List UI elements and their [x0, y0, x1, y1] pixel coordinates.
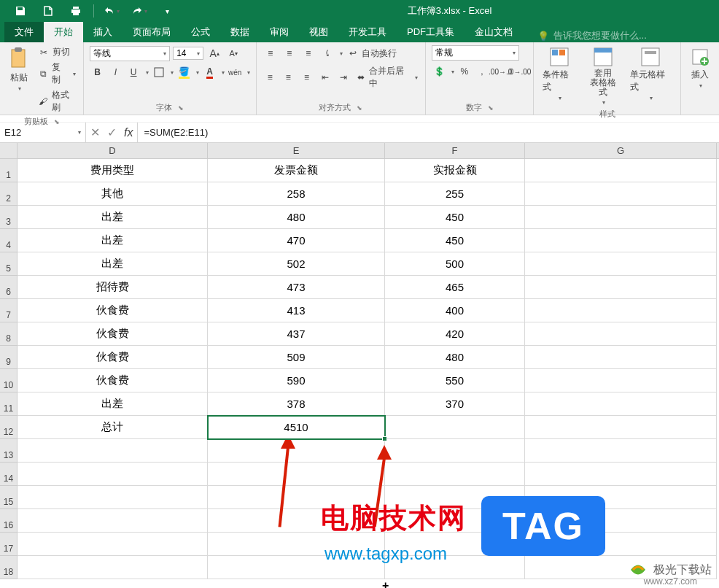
- row-header[interactable]: 11: [0, 392, 18, 416]
- row-header[interactable]: 12: [0, 416, 18, 439]
- format-painter-button[interactable]: 🖌格式刷: [36, 88, 77, 115]
- bold-button[interactable]: B: [90, 64, 105, 80]
- undo-button[interactable]: ▾: [98, 1, 125, 21]
- cell-d9[interactable]: 伙食费: [18, 346, 208, 369]
- cell-g3[interactable]: [525, 206, 717, 229]
- cell-e6[interactable]: 473: [208, 276, 385, 299]
- tab-data[interactable]: 数据: [220, 22, 260, 42]
- conditional-format-button[interactable]: 条件格式▾: [540, 45, 579, 107]
- qat-customize-button[interactable]: ▾: [154, 1, 180, 21]
- cell-g10[interactable]: [525, 369, 717, 392]
- row-header[interactable]: 13: [0, 439, 18, 463]
- col-header-f[interactable]: F: [385, 143, 525, 158]
- cell-d12[interactable]: 总计: [18, 416, 208, 439]
- cell-d4[interactable]: 出差: [18, 229, 208, 252]
- cell-e8[interactable]: 437: [208, 322, 385, 346]
- cell-e14[interactable]: [208, 463, 385, 486]
- cell-e11[interactable]: 378: [208, 392, 385, 416]
- cell-f12[interactable]: [385, 416, 525, 439]
- font-color-button[interactable]: A: [202, 64, 217, 80]
- fill-color-button[interactable]: 🪣: [176, 64, 192, 80]
- table-format-button[interactable]: 套用 表格格式▾: [583, 45, 623, 107]
- row-header[interactable]: 3: [0, 206, 18, 229]
- align-center-button[interactable]: ≡: [281, 69, 296, 85]
- italic-button[interactable]: I: [108, 64, 123, 80]
- cell-g12[interactable]: [525, 416, 717, 439]
- cell-d5[interactable]: 出差: [18, 252, 208, 276]
- tab-formulas[interactable]: 公式: [181, 22, 220, 42]
- cell-d1[interactable]: 费用类型: [18, 159, 208, 182]
- insert-cells-button[interactable]: 插入▾: [687, 45, 713, 90]
- formula-input[interactable]: =SUM(E2:E11): [138, 123, 719, 142]
- phonetic-button[interactable]: wén: [228, 64, 243, 80]
- select-all-corner[interactable]: [0, 143, 18, 158]
- tab-view[interactable]: 视图: [299, 22, 338, 42]
- col-header-e[interactable]: E: [208, 143, 385, 158]
- cell-d10[interactable]: 伙食费: [18, 369, 208, 392]
- row-header[interactable]: 4: [0, 229, 18, 252]
- font-launcher[interactable]: ⬊: [178, 104, 184, 112]
- cell-e3[interactable]: 480: [208, 206, 385, 229]
- cell-g6[interactable]: [525, 276, 717, 299]
- row-header[interactable]: 1: [0, 159, 18, 182]
- indent-increase-button[interactable]: ⇥: [335, 69, 351, 85]
- cell-d13[interactable]: [18, 439, 208, 463]
- cell-d18[interactable]: [18, 556, 208, 579]
- cell-g2[interactable]: [525, 182, 717, 206]
- cell-f9[interactable]: 480: [385, 346, 525, 369]
- cell-f5[interactable]: 500: [385, 252, 525, 276]
- fill-handle[interactable]: [382, 436, 387, 441]
- row-header[interactable]: 6: [0, 276, 18, 299]
- name-box[interactable]: E12▾: [0, 123, 86, 142]
- orientation-button[interactable]: ⤹: [319, 45, 335, 61]
- cell-f13[interactable]: [385, 439, 525, 463]
- accept-formula-icon[interactable]: ✓: [107, 125, 117, 139]
- cell-f11[interactable]: 370: [385, 392, 525, 416]
- align-top-button[interactable]: ≡: [263, 45, 279, 61]
- tab-insert[interactable]: 插入: [83, 22, 123, 42]
- col-header-d[interactable]: D: [18, 143, 208, 158]
- cell-f7[interactable]: 400: [385, 299, 525, 322]
- row-header[interactable]: 8: [0, 322, 18, 346]
- print-button[interactable]: [63, 1, 89, 21]
- increase-decimal-button[interactable]: .00→.0: [492, 63, 508, 80]
- number-format-combo[interactable]: 常规▾: [432, 45, 519, 61]
- cell-e12[interactable]: 4510: [208, 416, 385, 439]
- tab-developer[interactable]: 开发工具: [338, 22, 397, 42]
- align-left-button[interactable]: ≡: [263, 69, 278, 85]
- row-header[interactable]: 7: [0, 299, 18, 322]
- decrease-decimal-button[interactable]: .0→.00: [511, 63, 527, 80]
- tab-pdf[interactable]: PDF工具集: [397, 22, 465, 42]
- align-launcher[interactable]: ⬊: [357, 104, 362, 112]
- save-button[interactable]: [7, 1, 34, 21]
- merge-center-button[interactable]: ⬌合并后居中▾: [354, 64, 419, 90]
- underline-button[interactable]: U: [126, 64, 141, 80]
- comma-button[interactable]: ,: [475, 63, 489, 80]
- currency-button[interactable]: 💲: [432, 63, 446, 80]
- cell-f8[interactable]: 420: [385, 322, 525, 346]
- tab-file[interactable]: 文件: [4, 22, 44, 42]
- cell-g13[interactable]: [525, 439, 717, 463]
- copy-button[interactable]: ⧉复制▾: [36, 61, 77, 87]
- cell-styles-button[interactable]: 单元格样式▾: [627, 45, 675, 107]
- align-middle-button[interactable]: ≡: [281, 45, 298, 61]
- font-size-combo[interactable]: 14▾: [173, 47, 203, 60]
- row-header[interactable]: 17: [0, 533, 18, 556]
- cell-d11[interactable]: 出差: [18, 392, 208, 416]
- increase-font-button[interactable]: A▴: [206, 45, 222, 61]
- tab-home[interactable]: 开始: [44, 22, 83, 42]
- wrap-text-button[interactable]: ↩自动换行: [346, 47, 398, 61]
- border-button[interactable]: [152, 64, 167, 80]
- row-header[interactable]: 18: [0, 556, 18, 579]
- cell-e7[interactable]: 413: [208, 299, 385, 322]
- cell-f4[interactable]: 450: [385, 229, 525, 252]
- tab-review[interactable]: 审阅: [260, 22, 299, 42]
- new-button[interactable]: [35, 1, 61, 21]
- cell-d17[interactable]: [18, 533, 208, 556]
- row-header[interactable]: 5: [0, 252, 18, 276]
- cell-e4[interactable]: 470: [208, 229, 385, 252]
- fx-icon[interactable]: fx: [124, 126, 133, 139]
- decrease-font-button[interactable]: A▾: [225, 45, 241, 61]
- paste-button[interactable]: 粘贴 ▾: [6, 45, 32, 115]
- cell-f14[interactable]: [385, 463, 525, 486]
